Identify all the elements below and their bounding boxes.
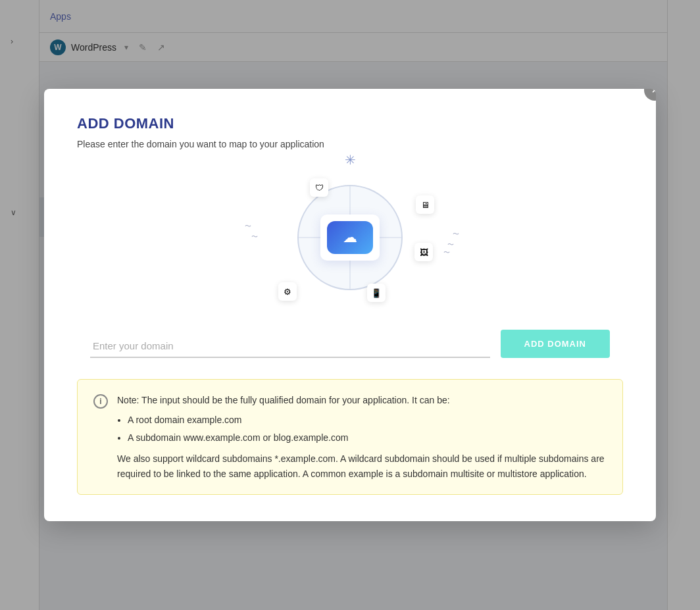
bird-left-1-icon: 〜 bbox=[245, 222, 251, 231]
close-button[interactable]: × bbox=[644, 89, 656, 101]
add-domain-modal: × ADD DOMAIN Please enter the domain you… bbox=[44, 89, 656, 521]
note-box: i Note: The input should be the fully qu… bbox=[77, 379, 623, 495]
info-icon: i bbox=[93, 394, 108, 409]
illustration: 〜 〜 〜 〜 〜 ✳ ☁ 🛡 🖥 bbox=[264, 172, 436, 303]
image-icon: 🖼 bbox=[414, 243, 433, 261]
domain-input[interactable] bbox=[90, 335, 490, 358]
add-domain-button[interactable]: ADD DOMAIN bbox=[501, 330, 611, 358]
star-top-icon: ✳ bbox=[345, 152, 356, 168]
note-content: Note: The input should be the fully qual… bbox=[117, 393, 607, 481]
modal-title: ADD DOMAIN bbox=[77, 115, 623, 132]
note-list-item-2: A subdomain www.example.com or blog.exam… bbox=[128, 430, 607, 445]
note-list-item-1: A root domain example.com bbox=[128, 413, 607, 427]
monitor-icon: 🖥 bbox=[416, 195, 434, 214]
bird-left-2-icon: 〜 bbox=[251, 232, 258, 241]
close-icon: × bbox=[652, 89, 656, 95]
shield-icon: 🛡 bbox=[310, 178, 328, 197]
cloud-icon: ☁ bbox=[327, 221, 373, 254]
gear-icon: ⚙ bbox=[278, 282, 297, 301]
bird-right-1-icon: 〜 bbox=[453, 230, 459, 239]
note-main-text: Note: The input should be the fully qual… bbox=[117, 395, 450, 405]
bird-right-3-icon: 〜 bbox=[443, 248, 450, 257]
modal-overlay: × ADD DOMAIN Please enter the domain you… bbox=[0, 0, 700, 610]
note-list: A root domain example.com A subdomain ww… bbox=[128, 413, 607, 445]
cloud-card: ☁ bbox=[320, 215, 380, 261]
mobile-icon: 📱 bbox=[367, 284, 386, 302]
input-row: ADD DOMAIN bbox=[77, 330, 623, 358]
note-extra-text: We also support wildcard subdomains *.ex… bbox=[117, 453, 605, 478]
illustration-container: 〜 〜 〜 〜 〜 ✳ ☁ 🛡 🖥 bbox=[77, 165, 623, 310]
modal-subtitle: Please enter the domain you want to map … bbox=[77, 139, 623, 149]
